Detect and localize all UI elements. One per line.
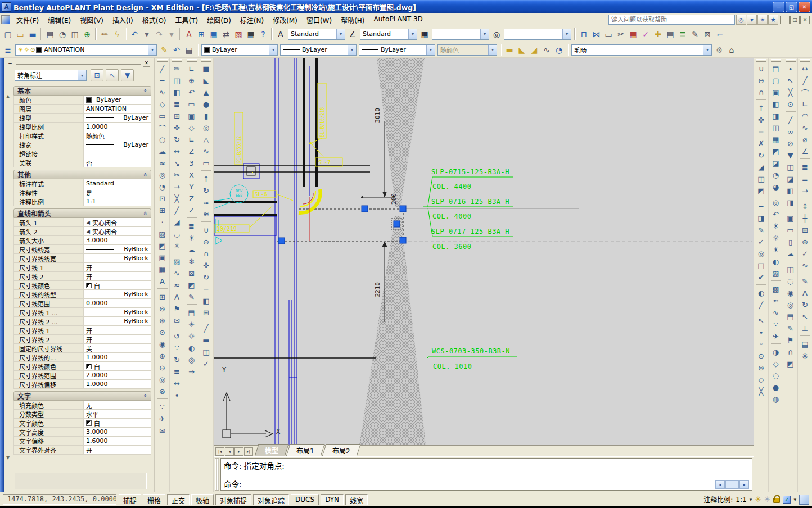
- find-replace-icon[interactable]: A: [183, 28, 195, 40]
- property-value[interactable]: ByBlock: [84, 317, 151, 325]
- redo-icon[interactable]: ↷: [153, 28, 165, 40]
- sphere-icon[interactable]: ●: [200, 98, 213, 110]
- materials-icon[interactable]: ◐: [770, 256, 782, 267]
- text-style-select[interactable]: Standard▾: [288, 29, 345, 40]
- property-row[interactable]: 线宽ByLayer: [13, 140, 151, 149]
- quick-select-button[interactable]: ▼: [121, 69, 134, 81]
- subtract-icon[interactable]: ⊖: [755, 75, 768, 87]
- ucs-face-icon[interactable]: ▭: [186, 98, 198, 110]
- trim-icon[interactable]: ✂: [171, 169, 183, 181]
- property-value[interactable]: 2.0000: [84, 371, 151, 379]
- zoom-extents-icon[interactable]: ⊗: [156, 385, 169, 397]
- subtract-icon[interactable]: ⊖: [200, 236, 213, 248]
- properties-icon[interactable]: ▤: [784, 311, 797, 323]
- planar-surface-icon[interactable]: ▭: [200, 157, 213, 169]
- intersect-icon[interactable]: ∩: [755, 87, 768, 98]
- property-value[interactable]: 水平: [84, 410, 151, 418]
- tab-模型[interactable]: 模型: [255, 444, 289, 456]
- property-row[interactable]: 尺寸线范围0.0000: [13, 299, 151, 308]
- property-value[interactable]: 白: [84, 419, 151, 427]
- interference-icon[interactable]: ◐: [755, 287, 768, 299]
- open-icon[interactable]: ▭: [14, 28, 26, 40]
- ne-isometric-icon[interactable]: ◔: [770, 169, 782, 181]
- copy-edges-icon[interactable]: ─: [755, 201, 768, 212]
- arc-length-dimension-icon[interactable]: ⌒: [799, 87, 811, 98]
- wedge-icon[interactable]: ◣: [200, 75, 213, 87]
- inspection-icon[interactable]: ✓: [799, 248, 811, 260]
- property-value[interactable]: ANNOTATION: [84, 105, 151, 113]
- dim-ruler-icon[interactable]: ▬: [503, 44, 516, 56]
- calculator-icon[interactable]: ▦: [245, 28, 257, 40]
- ucs-z-axis-icon[interactable]: Z: [186, 146, 198, 157]
- named-views-icon[interactable]: ▤: [186, 307, 198, 319]
- layer-make-current-icon[interactable]: ✎: [158, 44, 170, 56]
- property-row[interactable]: 文字颜色白: [13, 419, 151, 428]
- insert-block-icon[interactable]: ⊡: [156, 193, 169, 205]
- top-view-icon[interactable]: ▢: [770, 75, 782, 87]
- property-row[interactable]: 尺寸线的线型ByBlock: [13, 290, 151, 299]
- palette-close-button[interactable]: ✕: [143, 60, 150, 67]
- palette-collapse-button[interactable]: −: [7, 60, 13, 66]
- property-value[interactable]: 开: [84, 335, 151, 343]
- property-row[interactable]: 注释性是: [13, 188, 151, 197]
- dropdown-arrow-icon[interactable]: ▾: [78, 70, 86, 80]
- walk-through-icon[interactable]: ∵: [171, 342, 183, 354]
- toggle-对象捕捉[interactable]: 对象捕捉: [215, 494, 251, 505]
- plot-icon[interactable]: ▤: [44, 28, 56, 40]
- divide-icon[interactable]: ∙: [171, 389, 183, 401]
- shell-icon[interactable]: □: [755, 260, 768, 271]
- hide-objects-icon[interactable]: ◎: [784, 299, 797, 311]
- region-icon[interactable]: ▣: [156, 252, 169, 264]
- ucs-previous-icon[interactable]: ↶: [186, 87, 198, 98]
- render-icon[interactable]: ☀: [770, 220, 782, 232]
- search-icon[interactable]: ◎: [736, 15, 746, 25]
- ucs-3point-icon[interactable]: 3: [186, 157, 198, 169]
- property-value[interactable]: 否: [84, 158, 151, 167]
- union-icon[interactable]: ∪: [755, 63, 768, 75]
- layer-off-icon[interactable]: ☁: [186, 244, 198, 256]
- annotation-scale-value[interactable]: 1:1: [736, 496, 746, 504]
- filter-select[interactable]: ▾: [504, 29, 571, 40]
- se-isometric-icon[interactable]: ◪: [770, 157, 782, 169]
- measure-icon[interactable]: ─: [171, 401, 183, 413]
- property-value[interactable]: ByLayer: [84, 140, 151, 149]
- animation-icon[interactable]: →: [186, 366, 198, 378]
- ap-clip-icon[interactable]: ▭: [602, 28, 615, 40]
- cylinder-icon[interactable]: ▮: [200, 110, 213, 122]
- tab-nav-1[interactable]: ◂: [225, 447, 234, 456]
- property-value[interactable]: ByBlock: [84, 254, 151, 262]
- camera-icon[interactable]: ◎: [770, 197, 782, 208]
- toolbar-grip[interactable]: [187, 59, 197, 62]
- ap-isolate-icon[interactable]: ✂: [615, 28, 627, 40]
- ucs-z-icon[interactable]: Z: [186, 193, 198, 205]
- offset-faces-icon[interactable]: ≣: [755, 126, 768, 138]
- loft-icon[interactable]: ≋: [200, 208, 213, 220]
- ap-check-icon[interactable]: ✓: [639, 28, 652, 40]
- cone-icon[interactable]: ▲: [200, 87, 213, 98]
- left-view-icon[interactable]: ◧: [770, 98, 782, 110]
- menu-item-7[interactable]: 标注(N): [236, 13, 268, 26]
- table-icon[interactable]: ▦: [156, 264, 169, 275]
- status-overflow-caret-icon[interactable]: ▾: [793, 497, 796, 502]
- ap-pipe-support-icon[interactable]: ⊓: [578, 28, 590, 40]
- edit-hatch-icon[interactable]: ▨: [171, 256, 183, 267]
- quick-select-icon[interactable]: ▼: [784, 149, 797, 161]
- property-value[interactable]: ByBlock: [84, 290, 151, 298]
- property-value[interactable]: 开: [84, 446, 151, 454]
- dropdown-arrow-icon[interactable]: ▾: [348, 45, 356, 55]
- extend-icon[interactable]: →: [171, 181, 183, 193]
- move-icon[interactable]: ✜: [171, 122, 183, 134]
- drawing-canvas[interactable]: SLP-0715-125-B3A-H COL. 4400 SLP-0716-12…: [214, 58, 754, 445]
- property-row[interactable]: 箭头大小3.0000: [13, 236, 151, 245]
- layer-on-icon[interactable]: ☀: [186, 232, 198, 244]
- zoom-dynamic-icon[interactable]: ⊚: [156, 303, 169, 315]
- snap-intersection-icon[interactable]: ╳: [755, 385, 768, 397]
- dimension-style-select[interactable]: Standard▾: [360, 29, 417, 40]
- associativity-check-icon[interactable]: ✓: [783, 496, 791, 504]
- property-value[interactable]: 1.0000: [84, 123, 151, 131]
- property-row[interactable]: 固定的尺寸界线关: [13, 344, 151, 353]
- dimension-text-edit-icon[interactable]: A: [799, 287, 811, 299]
- property-row[interactable]: 尺寸线线宽ByBlock: [13, 245, 151, 254]
- extrude-icon[interactable]: ↑: [200, 173, 213, 185]
- ucs-origin-icon[interactable]: ∟: [186, 134, 198, 146]
